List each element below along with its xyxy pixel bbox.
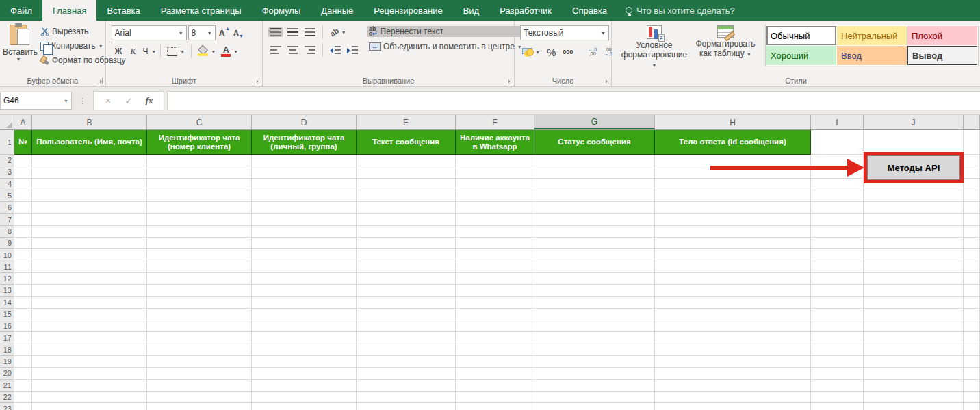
cell-A9[interactable] [14, 238, 32, 249]
cell-E2[interactable] [357, 155, 456, 166]
cell-E17[interactable] [357, 332, 456, 344]
cell-J9[interactable] [864, 238, 964, 249]
row-header-14[interactable]: 14 [0, 297, 14, 309]
cell-J15[interactable] [864, 309, 964, 320]
cell-K21[interactable] [964, 380, 980, 392]
cell-I9[interactable] [811, 238, 864, 249]
cell-G1[interactable]: Статус сообщения [534, 130, 655, 155]
cell-C12[interactable] [147, 273, 252, 285]
cell-C19[interactable] [147, 356, 252, 368]
cell-D21[interactable] [252, 380, 357, 392]
cell-H2[interactable] [655, 155, 811, 166]
cell-G22[interactable] [534, 392, 655, 403]
cell-J12[interactable] [864, 273, 964, 285]
cell-D16[interactable] [252, 320, 357, 332]
row-header-20[interactable]: 20 [0, 368, 14, 379]
cell-I8[interactable] [811, 226, 864, 238]
row-header-4[interactable]: 4 [0, 179, 14, 190]
align-center-button[interactable] [285, 45, 300, 55]
cell-J22[interactable] [864, 392, 964, 403]
font-size-combo[interactable]: 8▼ [188, 25, 216, 40]
cell-I22[interactable] [811, 392, 864, 403]
cell-J20[interactable] [864, 368, 964, 379]
cell-H4[interactable] [655, 179, 811, 190]
percent-style-button[interactable]: % [545, 46, 558, 59]
cell-C5[interactable] [147, 190, 252, 202]
cell-I11[interactable] [811, 261, 864, 273]
clipboard-dialog-launcher[interactable] [96, 78, 103, 84]
cell-J7[interactable] [864, 214, 964, 225]
cell-G20[interactable] [534, 368, 655, 379]
cell-J19[interactable] [864, 356, 964, 368]
column-header-D[interactable]: D [252, 115, 357, 129]
cell-K18[interactable] [964, 344, 980, 356]
cell-K17[interactable] [964, 332, 980, 344]
cell-I4[interactable] [811, 179, 864, 190]
cell-E20[interactable] [357, 368, 456, 379]
number-format-combo[interactable]: Текстовый▼ [520, 25, 609, 40]
row-header-6[interactable]: 6 [0, 202, 14, 214]
cell-A3[interactable] [14, 166, 32, 178]
cell-A16[interactable] [14, 320, 32, 332]
cell-G16[interactable] [534, 320, 655, 332]
cell-F22[interactable] [456, 392, 534, 403]
cell-K14[interactable] [964, 297, 980, 309]
cell-B21[interactable] [32, 380, 147, 392]
cell-H21[interactable] [655, 380, 811, 392]
cell-D9[interactable] [252, 238, 357, 249]
cell-G7[interactable] [534, 214, 655, 225]
cell-K4[interactable] [964, 179, 980, 190]
cell-F14[interactable] [456, 297, 534, 309]
cell-C10[interactable] [147, 249, 252, 261]
tab-Главная[interactable]: Главная [42, 0, 96, 21]
cell-E6[interactable] [357, 202, 456, 214]
name-box-caret[interactable]: ▼ [64, 99, 68, 103]
cell-C16[interactable] [147, 320, 252, 332]
cell-D5[interactable] [252, 190, 357, 202]
cell-E4[interactable] [357, 179, 456, 190]
cell-A4[interactable] [14, 179, 32, 190]
tab-Файл[interactable]: Файл [0, 0, 42, 21]
cell-G4[interactable] [534, 179, 655, 190]
tell-me-box[interactable]: Что вы хотите сделать? [617, 0, 743, 21]
cell-E22[interactable] [357, 392, 456, 403]
cell-C11[interactable] [147, 261, 252, 273]
bold-button[interactable]: Ж [112, 46, 126, 57]
style-Плохой[interactable]: Плохой [907, 26, 977, 45]
cell-B10[interactable] [32, 249, 147, 261]
cell-A14[interactable] [14, 297, 32, 309]
cell-H13[interactable] [655, 285, 811, 296]
cell-C8[interactable] [147, 226, 252, 238]
cell-H6[interactable] [655, 202, 811, 214]
cell-D19[interactable] [252, 356, 357, 368]
tab-Рецензирование[interactable]: Рецензирование [363, 0, 452, 21]
cell-E15[interactable] [357, 309, 456, 320]
cell-F7[interactable] [456, 214, 534, 225]
cell-F19[interactable] [456, 356, 534, 368]
conditional-formatting-button[interactable]: Условное форматирование ▼ [619, 23, 690, 71]
cell-H20[interactable] [655, 368, 811, 379]
cell-E13[interactable] [357, 285, 456, 296]
cell-H23[interactable] [655, 403, 811, 410]
shrink-font-button[interactable]: А▼ [231, 28, 244, 38]
row-header-23[interactable]: 23 [0, 403, 14, 410]
style-Ввод[interactable]: Ввод [837, 46, 907, 65]
cell-C17[interactable] [147, 332, 252, 344]
cell-F6[interactable] [456, 202, 534, 214]
cell-A1[interactable]: № [14, 130, 32, 155]
italic-button[interactable]: К [127, 46, 139, 57]
cell-F16[interactable] [456, 320, 534, 332]
cell-I7[interactable] [811, 214, 864, 225]
name-box[interactable]: G46 ▼ [0, 92, 72, 110]
cell-B11[interactable] [32, 261, 147, 273]
align-right-button[interactable] [302, 45, 318, 55]
cell-A21[interactable] [14, 380, 32, 392]
cell-A7[interactable] [14, 214, 32, 225]
cell-C21[interactable] [147, 380, 252, 392]
cell-J8[interactable] [864, 226, 964, 238]
cell-E9[interactable] [357, 238, 456, 249]
cell-C1[interactable]: Идентификатор чата (номер клиента) [147, 130, 252, 155]
cell-G18[interactable] [534, 344, 655, 356]
cell-D8[interactable] [252, 226, 357, 238]
cell-K8[interactable] [964, 226, 980, 238]
